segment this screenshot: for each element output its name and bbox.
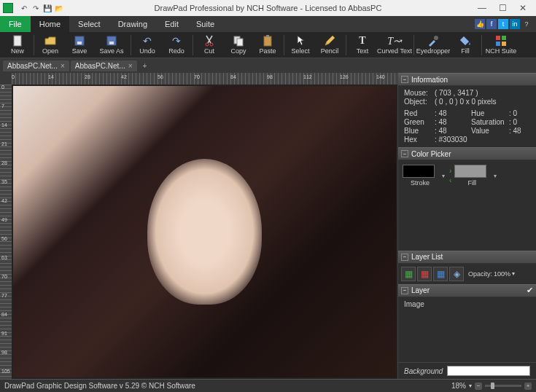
svg-rect-4: [109, 42, 114, 44]
zoom-in-button[interactable]: +: [524, 383, 532, 390]
fill-button[interactable]: Fill: [451, 32, 480, 58]
close-tab-icon[interactable]: ×: [128, 62, 133, 70]
add-layer-button[interactable]: ▦: [401, 267, 416, 281]
paste-icon: [261, 35, 274, 47]
fill-icon: [459, 35, 472, 47]
menu-select[interactable]: Select: [69, 16, 109, 32]
undo-icon: ↶: [141, 35, 154, 47]
like-icon[interactable]: 👍: [475, 19, 485, 29]
select-button[interactable]: Select: [286, 32, 315, 58]
layer-visible-check[interactable]: ✔: [527, 286, 533, 295]
open-button[interactable]: Open: [36, 32, 65, 58]
canvas[interactable]: [12, 85, 397, 379]
stroke-dropdown[interactable]: ▾: [440, 173, 446, 179]
twitter-icon[interactable]: t: [498, 19, 508, 29]
collapse-icon[interactable]: −: [401, 76, 408, 83]
doc-tab-2[interactable]: AbbasPC.Net...×: [71, 60, 137, 71]
opacity-dropdown[interactable]: ▾: [512, 270, 515, 277]
close-button[interactable]: ✕: [513, 1, 533, 15]
undo-button[interactable]: ↶Undo: [133, 32, 162, 58]
menu-file[interactable]: File: [0, 16, 31, 32]
colorpicker-panel-header[interactable]: − Color Picker: [398, 147, 536, 160]
zoom-dropdown[interactable]: ▾: [469, 383, 472, 389]
object-info: ( 0 , 0 ) 0 x 0 pixels: [435, 98, 496, 106]
maximize-button[interactable]: ☐: [492, 1, 513, 15]
facebook-icon[interactable]: f: [486, 19, 497, 29]
pencil-button[interactable]: Pencil: [315, 32, 344, 58]
layer-panel: Image: [398, 297, 536, 363]
stroke-swatch[interactable]: [403, 165, 435, 178]
fill-dropdown[interactable]: ▾: [492, 173, 498, 179]
layer-panel-header[interactable]: − Layer ✔: [398, 284, 536, 297]
zoom-slider-thumb[interactable]: [491, 383, 494, 389]
window-controls: — ☐ ✕: [472, 1, 533, 15]
svg-rect-12: [496, 36, 500, 40]
svg-rect-9: [264, 36, 271, 46]
redo-icon: ↷: [170, 35, 183, 47]
curvedtext-icon: T↝: [388, 35, 401, 47]
collapse-icon[interactable]: −: [401, 287, 408, 294]
zoom-value[interactable]: 18%: [451, 382, 466, 390]
qat-open-icon[interactable]: 📂: [54, 3, 64, 13]
canvas-image: [13, 86, 396, 377]
eyedropper-button[interactable]: Eyedropper: [416, 32, 451, 58]
stroke-color[interactable]: Stroke: [403, 165, 438, 187]
swap-colors[interactable]: ›‹: [449, 167, 451, 184]
linkedin-icon[interactable]: in: [510, 19, 520, 29]
collapse-icon[interactable]: −: [401, 150, 408, 157]
background-color-swatch[interactable]: [447, 366, 530, 376]
fill-swatch[interactable]: [454, 165, 486, 178]
zoom-out-button[interactable]: −: [475, 383, 482, 390]
nchsuite-button[interactable]: NCH Suite: [483, 32, 518, 58]
ruler-corner: [0, 73, 12, 85]
cut-button[interactable]: Cut: [195, 32, 224, 58]
doc-tab-1[interactable]: AbbasPC.Net...×: [3, 60, 69, 71]
minimize-button[interactable]: —: [472, 1, 492, 15]
new-button[interactable]: New: [3, 32, 32, 58]
svg-point-11: [434, 36, 438, 40]
curvedtext-button[interactable]: T↝Curved Text: [377, 32, 412, 58]
qat-redo-icon[interactable]: ↷: [31, 3, 41, 13]
help-icon[interactable]: ?: [521, 19, 532, 29]
delete-layer-button[interactable]: ▦: [417, 267, 432, 281]
canvas-area: 014284256708498112126140 071421283542495…: [0, 73, 397, 379]
menubar: File Home Select Drawing Edit Suite 👍 f …: [0, 16, 536, 32]
saveas-button[interactable]: Save As: [94, 32, 129, 58]
new-tab-button[interactable]: +: [139, 62, 152, 70]
new-icon: [11, 35, 24, 47]
close-tab-icon[interactable]: ×: [61, 62, 65, 70]
collapse-icon[interactable]: −: [401, 254, 408, 261]
ruler-horizontal: 014284256708498112126140: [0, 73, 397, 85]
eyedropper-icon: [427, 35, 440, 47]
qat-save-icon[interactable]: 💾: [42, 3, 53, 13]
paste-button[interactable]: Paste: [253, 32, 282, 58]
text-button[interactable]: TText: [348, 32, 377, 58]
menu-drawing[interactable]: Drawing: [109, 16, 156, 32]
opacity-value[interactable]: 100%: [494, 270, 510, 278]
svg-rect-13: [502, 36, 506, 40]
fill-color[interactable]: Fill: [454, 165, 489, 187]
menu-edit[interactable]: Edit: [156, 16, 187, 32]
saveas-icon: [105, 35, 118, 47]
merge-layer-button[interactable]: ◈: [449, 267, 464, 281]
zoom-slider[interactable]: [485, 385, 521, 387]
save-button[interactable]: Save: [65, 32, 94, 58]
swap-left-icon: ‹: [449, 176, 451, 184]
background-row: Background: [398, 362, 536, 379]
statusbar: DrawPad Graphic Design Software v 5.29 ©…: [0, 379, 536, 392]
qat-undo-icon[interactable]: ↶: [19, 3, 29, 13]
information-panel-header[interactable]: − Information: [398, 73, 536, 86]
mouse-coords: ( 703 , 3417 ): [435, 89, 478, 97]
menu-suite[interactable]: Suite: [187, 16, 223, 32]
window-title: DrawPad Professional by NCH Software - L…: [64, 4, 472, 12]
right-panels: − Information Mouse:( 703 , 3417 ) Objec…: [397, 73, 536, 379]
layer-item[interactable]: Image: [404, 300, 530, 308]
copy-button[interactable]: Copy: [224, 32, 253, 58]
document-tabs: AbbasPC.Net...× AbbasPC.Net...× +: [0, 58, 536, 73]
menu-home[interactable]: Home: [31, 16, 69, 32]
redo-button[interactable]: ↷Redo: [162, 32, 191, 58]
ribbon-toolbar: New Open Save Save As ↶Undo ↷Redo Cut Co…: [0, 32, 536, 58]
duplicate-layer-button[interactable]: ▦: [433, 267, 448, 281]
layerlist-panel: ▦ ▦ ▦ ◈ Opacity: 100% ▾: [398, 264, 536, 284]
layerlist-panel-header[interactable]: − Layer List: [398, 251, 536, 264]
